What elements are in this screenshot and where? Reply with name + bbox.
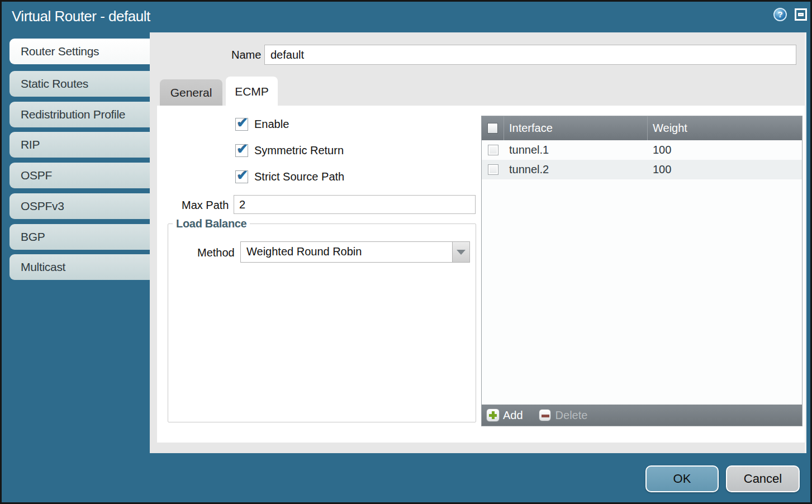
weight-cell[interactable]: 100 [648,160,802,179]
table-row[interactable]: tunnel.1 100 [482,140,802,160]
weight-cell[interactable]: 100 [648,140,802,160]
interface-column-header: Interface [504,116,648,140]
sidebar-item-router-settings[interactable]: Router Settings [10,39,150,64]
delete-icon[interactable] [539,409,551,421]
method-label: Method [197,246,235,259]
row-checkbox[interactable] [488,164,498,175]
interface-cell[interactable]: tunnel.1 [504,140,648,160]
sidebar-item-rip[interactable]: RIP [10,132,150,158]
interface-table: Interface Weight tunnel.1 100 tunnel.2 1… [481,116,802,426]
ok-button[interactable]: OK [645,465,719,492]
dialog-title: Virtual Router - default [12,8,150,25]
strict-source-path-label: Strict Source Path [254,170,344,183]
select-all-checkbox[interactable] [487,123,498,134]
tab-ecmp[interactable]: ECMP [226,77,278,106]
max-path-label: Max Path [182,199,229,212]
cancel-button[interactable]: Cancel [726,465,800,492]
symmetric-return-checkbox[interactable] [235,144,248,157]
row-select-cell [482,140,504,160]
sidebar-item-multicast[interactable]: Multicast [10,254,150,280]
weight-column-header: Weight [648,116,802,140]
window-restore-icon[interactable] [795,8,807,21]
table-row[interactable]: tunnel.2 100 [482,160,802,179]
sidebar-item-ospf[interactable]: OSPF [10,163,150,188]
ecmp-tab-content: Enable Symmetric Return Strict Source Pa… [157,106,805,443]
max-path-input[interactable] [234,195,476,214]
titlebar: Virtual Router - default ? [2,2,810,32]
row-select-cell [482,160,504,179]
select-all-cell [482,116,504,140]
tab-general[interactable]: General [160,79,222,106]
table-header-row: Interface Weight [482,116,802,140]
enable-checkbox[interactable] [235,118,248,131]
sidebar-item-redistribution-profile[interactable]: Redistribution Profile [10,102,150,127]
window-restore-icon-inner [798,13,804,16]
virtual-router-dialog: { "window": { "title": "Virtual Router -… [0,0,812,504]
plus-bar-v [492,411,495,419]
strict-source-path-checkbox[interactable] [235,170,248,183]
enable-label: Enable [254,118,289,131]
load-balance-legend: Load Balance [173,217,250,230]
symmetric-return-label: Symmetric Return [254,144,344,157]
minus-bar [542,415,549,417]
method-dropdown[interactable]: Weighted Round Robin [240,241,470,263]
name-label: Name [231,49,261,61]
table-footer-bar: Add Delete [482,405,802,426]
dropdown-triangle [457,250,466,255]
add-button[interactable]: Add [503,409,523,422]
add-icon[interactable] [486,408,500,422]
chevron-down-icon[interactable] [452,242,469,262]
help-icon[interactable]: ? [773,8,787,21]
interface-cell[interactable]: tunnel.2 [504,160,648,179]
sidebar-item-static-routes[interactable]: Static Routes [10,71,150,97]
name-input[interactable] [264,45,796,65]
row-checkbox[interactable] [488,145,498,155]
sidebar-item-bgp[interactable]: BGP [10,224,150,250]
delete-button: Delete [555,409,588,422]
main-panel: Name General ECMP Enable Symmetric Retur… [150,32,806,453]
method-selected-value: Weighted Round Robin [246,245,362,258]
sidebar-item-ospfv3[interactable]: OSPFv3 [10,193,150,219]
